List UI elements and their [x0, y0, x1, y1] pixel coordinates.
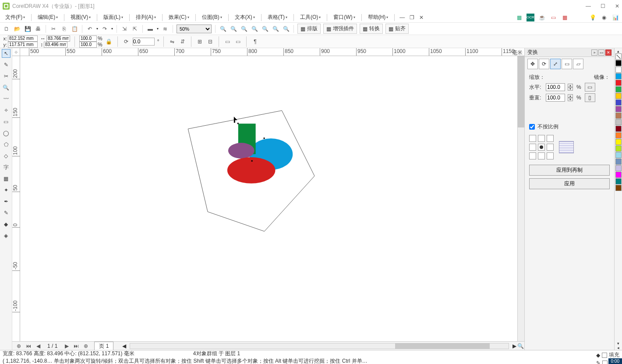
paste-icon[interactable]: 📋 — [71, 25, 78, 33]
scaley-input[interactable] — [79, 42, 97, 48]
zoom-height-icon[interactable]: 🔍 — [282, 25, 290, 33]
zoom-tool[interactable]: 🔍 — [2, 83, 11, 92]
docker-pin-icon[interactable]: ▭ — [598, 49, 604, 56]
shape-tool[interactable]: ✎ — [2, 60, 11, 69]
color-swatch[interactable] — [615, 132, 622, 138]
undo-icon[interactable]: ↶ — [86, 25, 94, 33]
menu-bitmap[interactable]: 位图(B)▾ — [199, 13, 225, 22]
freehand-tool[interactable]: 〰 — [2, 95, 11, 103]
menu-edit[interactable]: 编辑(E)▾ — [35, 13, 60, 22]
nav-zoom-icon[interactable]: 🔍 — [516, 342, 524, 350]
corel-app-icon[interactable]: ▦ — [515, 14, 523, 21]
mirror-h-button[interactable]: ▭ — [585, 83, 595, 92]
fill-tool[interactable]: ◆ — [2, 220, 11, 229]
to-back-icon[interactable]: ▭ — [234, 38, 242, 46]
color-swatch[interactable] — [615, 113, 622, 119]
table-tool[interactable]: ▦ — [2, 174, 11, 183]
scale-h-input[interactable] — [546, 83, 565, 91]
coffee-icon[interactable]: ☕ — [538, 14, 546, 21]
drawing-canvas[interactable] — [20, 56, 517, 341]
tab-rotate[interactable]: ⟳ — [539, 59, 549, 69]
copy-icon[interactable]: ⎘ — [60, 25, 68, 33]
color-swatch[interactable] — [615, 172, 622, 178]
menu-view[interactable]: 视图(V)▾ — [68, 13, 93, 22]
palette-up-icon[interactable]: ▴ — [617, 49, 619, 53]
color-swatch[interactable] — [615, 126, 622, 132]
scalex-input[interactable] — [79, 35, 97, 42]
tab-position[interactable]: ✥ — [527, 59, 538, 69]
menu-text[interactable]: 文本(X)▾ — [232, 13, 258, 22]
apply-copy-button[interactable]: 应用到再制 — [529, 165, 610, 176]
tieqi-button[interactable]: ▦贴齐 — [385, 24, 409, 34]
close-button[interactable]: ✕ — [615, 3, 619, 9]
menu-arrange[interactable]: 排列(A)▾ — [133, 13, 159, 22]
mirror-v-icon[interactable]: ⇵ — [179, 38, 187, 46]
zoom-page-icon[interactable]: 🔍 — [261, 25, 269, 33]
scale-v-input[interactable] — [546, 94, 565, 102]
zoom-all-icon[interactable]: 🔍 — [251, 25, 258, 33]
ocr-icon[interactable]: OCR — [527, 14, 534, 21]
docker-close-icon[interactable]: ✕ — [605, 49, 611, 56]
tab-size[interactable]: ▭ — [562, 59, 572, 69]
palette-down-icon[interactable]: ▾ — [617, 341, 619, 346]
redo-icon[interactable]: ↷ — [101, 25, 109, 33]
zengqiang-button[interactable]: ▦增强插件 — [323, 24, 357, 34]
color-swatch[interactable] — [615, 67, 622, 73]
x-input[interactable] — [8, 35, 38, 42]
doc-restore-icon[interactable]: ❐ — [408, 14, 416, 21]
paiban-button[interactable]: ▦排版 — [297, 24, 321, 34]
screen-icon[interactable]: ▭ — [549, 14, 557, 21]
color-swatch[interactable] — [615, 86, 622, 92]
basic-shapes-tool[interactable]: ◇ — [2, 152, 11, 160]
color-swatch[interactable] — [615, 178, 622, 184]
page-add-icon[interactable]: ⊕ — [15, 342, 23, 350]
color-wheel-icon[interactable]: ◉ — [600, 14, 608, 21]
zoom-width-icon[interactable]: 🔍 — [272, 25, 279, 33]
docker-expand-icon[interactable]: » — [591, 49, 597, 56]
apply-button[interactable]: 应用 — [529, 178, 610, 189]
text-tool[interactable]: 字 — [2, 163, 11, 172]
eyedropper-tool[interactable]: ✒ — [2, 197, 11, 206]
tab-skew[interactable]: ▱ — [573, 59, 583, 69]
snap-icon[interactable]: ≋ — [161, 25, 169, 33]
ungroup-icon[interactable]: ⊞ — [196, 38, 204, 46]
grid-icon[interactable]: ▦ — [561, 14, 569, 21]
doc-close-icon[interactable]: ✕ — [417, 14, 425, 21]
menu-layout[interactable]: 版面(L)▾ — [101, 13, 126, 22]
menu-window[interactable]: 窗口(W)▾ — [331, 13, 357, 22]
nonprop-checkbox[interactable] — [529, 124, 535, 130]
ellipse-tool[interactable]: ◯ — [2, 129, 11, 138]
scrollbar-vertical[interactable] — [517, 56, 524, 341]
color-swatch[interactable] — [615, 80, 622, 86]
cut-icon[interactable]: ✂ — [49, 25, 57, 33]
lock-ratio-icon[interactable]: 🔒 — [105, 38, 113, 46]
interactive-tool[interactable]: ✦ — [2, 186, 11, 194]
palette-menu-icon[interactable]: ◂ — [617, 346, 619, 350]
color-swatch[interactable] — [615, 145, 622, 152]
smart-tool[interactable]: ✧ — [2, 106, 11, 115]
maximize-button[interactable]: ☐ — [601, 3, 605, 9]
anchor-grid[interactable] — [529, 135, 554, 159]
fill-bucket-icon[interactable]: ▬ — [146, 25, 154, 33]
open-icon[interactable]: 📂 — [13, 25, 21, 33]
scrollbar-horizontal[interactable] — [130, 343, 509, 349]
import-icon[interactable]: ⇲ — [120, 25, 128, 33]
pick-tool[interactable]: ↖ — [2, 49, 11, 58]
doc-min-icon[interactable]: — — [398, 14, 406, 21]
tab-scale[interactable]: ⤢ — [550, 59, 561, 69]
page-first-icon[interactable]: ⏮ — [25, 342, 32, 350]
page-prev-icon[interactable]: ◀ — [34, 342, 42, 350]
rect-tool[interactable]: ▭ — [2, 117, 11, 126]
new-icon[interactable]: 🗋 — [3, 25, 11, 33]
color-swatch[interactable] — [615, 99, 622, 106]
chart-icon[interactable]: 📊 — [611, 14, 619, 21]
export-icon[interactable]: ⇱ — [131, 25, 139, 33]
bulb-icon[interactable]: 💡 — [589, 14, 597, 21]
rotation-input[interactable] — [133, 38, 155, 46]
color-swatch[interactable] — [615, 93, 622, 99]
zhuanhuan-button[interactable]: ▦转换 — [360, 24, 383, 34]
color-swatch[interactable] — [615, 119, 622, 125]
menu-tools[interactable]: 工具(O)▾ — [297, 13, 323, 22]
crop-tool[interactable]: ✂ — [2, 72, 11, 81]
menu-help[interactable]: 帮助(H)▾ — [365, 13, 391, 22]
